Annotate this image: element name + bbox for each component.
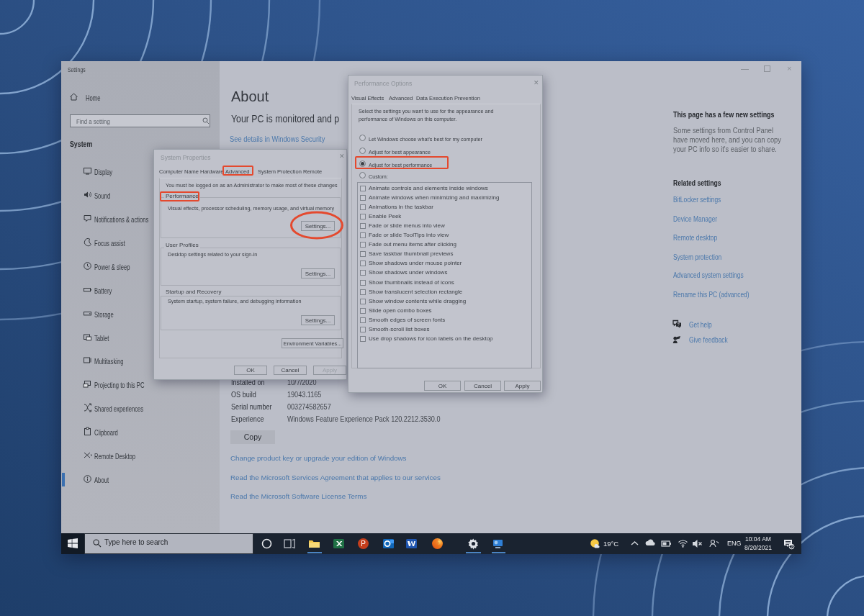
svg-text:2: 2 bbox=[791, 544, 793, 549]
svg-text:P: P bbox=[361, 540, 366, 548]
svg-text:?: ? bbox=[678, 322, 680, 327]
